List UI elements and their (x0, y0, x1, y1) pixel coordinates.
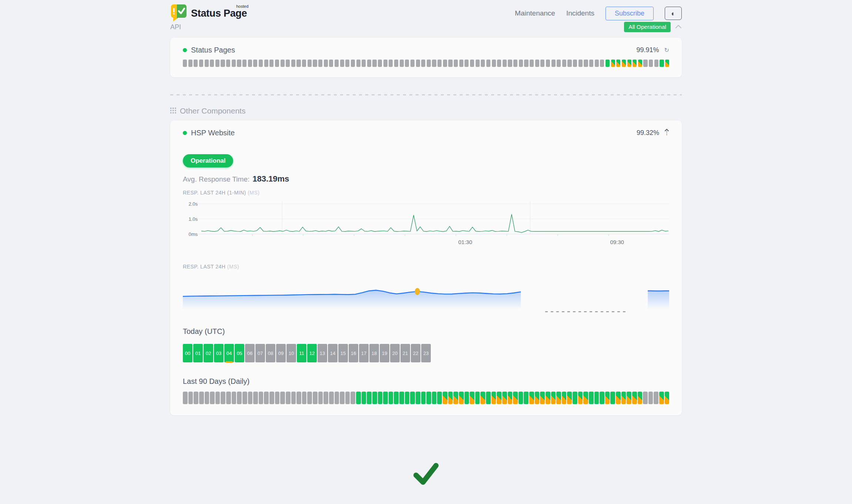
logo[interactable]: ! Status Page hosted (170, 4, 247, 23)
daily-bar[interactable] (529, 392, 534, 404)
uptime-bar[interactable] (600, 60, 604, 67)
daily-bar[interactable] (470, 392, 474, 404)
daily-bar[interactable] (335, 392, 339, 404)
daily-bar[interactable] (286, 392, 291, 404)
hour-cell[interactable]: 10 (286, 344, 296, 362)
uptime-bar[interactable] (665, 60, 669, 67)
daily-bar[interactable] (350, 392, 355, 404)
uptime-bar[interactable] (199, 60, 203, 67)
overall-status-badge[interactable]: All Operational (624, 22, 671, 32)
daily-bar[interactable] (362, 392, 366, 404)
uptime-bar[interactable] (210, 60, 214, 67)
daily-bar[interactable] (513, 392, 518, 404)
daily-bar[interactable] (492, 392, 496, 404)
daily-bar[interactable] (437, 392, 442, 404)
daily-bar[interactable] (605, 392, 610, 404)
hour-cell[interactable]: 23 (421, 344, 431, 362)
hour-cell[interactable]: 03 (214, 344, 224, 362)
daily-bar[interactable] (508, 392, 513, 404)
hour-cell[interactable]: 15 (338, 344, 348, 362)
daily-bar[interactable] (448, 392, 453, 404)
daily-bar[interactable] (610, 392, 615, 404)
hour-cell[interactable]: 09 (276, 344, 286, 362)
refresh-icon[interactable]: ↻ (664, 47, 669, 53)
uptime-bar[interactable] (269, 60, 274, 67)
uptime-bar[interactable] (524, 60, 528, 67)
hour-cell[interactable]: 20 (390, 344, 400, 362)
uptime-bar[interactable] (291, 60, 295, 67)
uptime-bar[interactable] (242, 60, 246, 67)
hour-cell[interactable]: 12 (307, 344, 317, 362)
daily-bar[interactable] (638, 392, 643, 404)
daily-bar[interactable] (372, 392, 377, 404)
daily-bar[interactable] (340, 392, 345, 404)
uptime-bar[interactable] (351, 60, 355, 67)
uptime-bar[interactable] (530, 60, 534, 67)
daily-bar[interactable] (259, 392, 264, 404)
chevron-up-icon[interactable] (675, 24, 682, 30)
subscribe-button[interactable]: Subscribe (606, 7, 654, 20)
uptime-bar[interactable] (454, 60, 458, 67)
uptime-bar[interactable] (578, 60, 583, 67)
uptime-bar[interactable] (508, 60, 512, 67)
daily-bar[interactable] (659, 392, 664, 404)
uptime-bar[interactable] (405, 60, 409, 67)
hour-cell[interactable]: 11 (297, 344, 306, 362)
uptime-bar[interactable] (264, 60, 268, 67)
uptime-bar[interactable] (562, 60, 566, 67)
uptime-bar[interactable] (329, 60, 333, 67)
uptime-bar[interactable] (622, 60, 626, 67)
daily-bar[interactable] (405, 392, 410, 404)
daily-bar[interactable] (616, 392, 621, 404)
uptime-bar[interactable] (281, 60, 285, 67)
daily-bar[interactable] (367, 392, 372, 404)
hour-cell[interactable]: 00 (183, 344, 192, 362)
hour-cell[interactable]: 19 (380, 344, 389, 362)
daily-bar[interactable] (399, 392, 404, 404)
uptime-bar[interactable] (302, 60, 306, 67)
daily-bar[interactable] (378, 392, 383, 404)
daily-bar[interactable] (665, 392, 670, 404)
uptime-bar[interactable] (318, 60, 322, 67)
uptime-bar[interactable] (400, 60, 404, 67)
hour-cell[interactable]: 05 (235, 344, 244, 362)
daily-bar[interactable] (535, 392, 540, 404)
hour-cell[interactable]: 06 (245, 344, 255, 362)
uptime-bar[interactable] (253, 60, 257, 67)
daily-bar[interactable] (464, 392, 469, 404)
uptime-bar[interactable] (340, 60, 344, 67)
daily-bar[interactable] (643, 392, 648, 404)
daily-bar[interactable] (264, 392, 269, 404)
hour-cell[interactable]: 22 (411, 344, 420, 362)
uptime-bar[interactable] (410, 60, 415, 67)
daily-bar[interactable] (313, 392, 318, 404)
uptime-bar[interactable] (324, 60, 328, 67)
hour-cell[interactable]: 04 (224, 344, 234, 362)
daily-bar[interactable] (654, 392, 658, 404)
uptime-bar[interactable] (221, 60, 225, 67)
daily-bar[interactable] (540, 392, 545, 404)
uptime-bar[interactable] (513, 60, 517, 67)
theme-toggle-button[interactable]: ◐ (665, 7, 682, 20)
uptime-bar[interactable] (313, 60, 317, 67)
daily-bar[interactable] (426, 392, 431, 404)
daily-bar[interactable] (394, 392, 399, 404)
daily-bar[interactable] (627, 392, 631, 404)
daily-bar[interactable] (583, 392, 588, 404)
daily-bar[interactable] (421, 392, 426, 404)
daily-bar[interactable] (345, 392, 350, 404)
daily-bar[interactable] (410, 392, 415, 404)
daily-bar[interactable] (205, 392, 209, 404)
daily-bar[interactable] (199, 392, 204, 404)
hour-cell[interactable]: 21 (400, 344, 410, 362)
uptime-bar[interactable] (188, 60, 192, 67)
uptime-bar[interactable] (205, 60, 209, 67)
daily-bar[interactable] (275, 392, 280, 404)
hour-cell[interactable]: 14 (328, 344, 338, 362)
hour-cell[interactable]: 18 (369, 344, 379, 362)
uptime-bar[interactable] (237, 60, 241, 67)
uptime-bar[interactable] (383, 60, 388, 67)
uptime-bar[interactable] (638, 60, 642, 67)
daily-bar[interactable] (188, 392, 193, 404)
uptime-bar[interactable] (573, 60, 577, 67)
